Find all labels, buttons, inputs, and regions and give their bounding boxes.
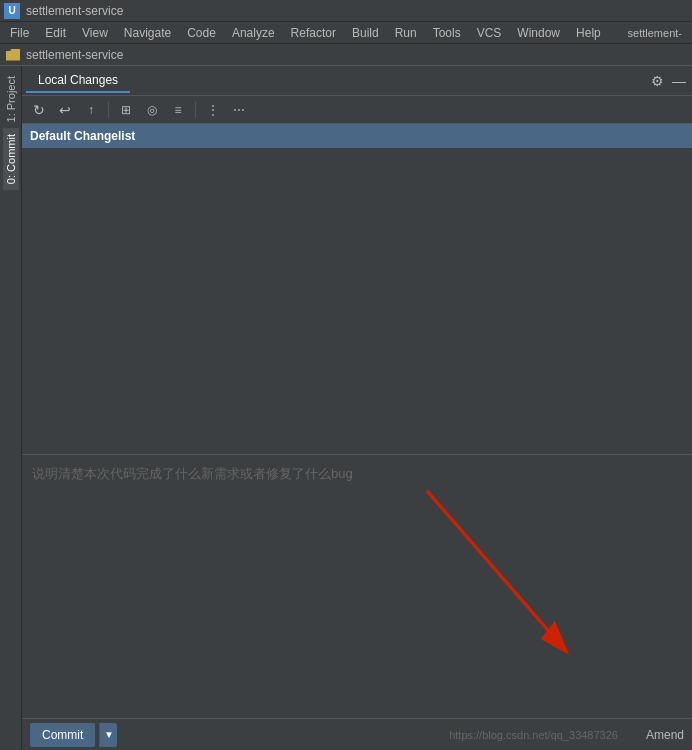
amend-text: Amend xyxy=(646,728,684,742)
close-panel-button[interactable]: — xyxy=(670,72,688,90)
menu-run[interactable]: Run xyxy=(387,24,425,42)
menu-refactor[interactable]: Refactor xyxy=(283,24,344,42)
menu1-button[interactable]: ⋮ xyxy=(202,99,224,121)
menu-right-text: settlement- xyxy=(620,25,690,41)
update-button[interactable]: ↑ xyxy=(80,99,102,121)
toolbar: ↻ ↩ ↑ ⊞ ◎ ≡ ⋮ ⋯ xyxy=(22,96,692,124)
changelist-header: Default Changelist xyxy=(22,124,692,148)
refresh-button[interactable]: ↻ xyxy=(28,99,50,121)
tab-bar: Local Changes ⚙ — xyxy=(22,66,692,96)
menu-edit[interactable]: Edit xyxy=(37,24,74,42)
menu-bar: File Edit View Navigate Code Analyze Ref… xyxy=(0,22,692,44)
changelist-header-text: Default Changelist xyxy=(30,129,135,143)
main-layout: 1: Project 0: Commit Local Changes ⚙ — ↻… xyxy=(0,66,692,750)
menu-build[interactable]: Build xyxy=(344,24,387,42)
group-button[interactable]: ⊞ xyxy=(115,99,137,121)
tab-bar-actions: ⚙ — xyxy=(648,72,688,90)
menu-tools[interactable]: Tools xyxy=(425,24,469,42)
menu-file[interactable]: File xyxy=(2,24,37,42)
rollback-button[interactable]: ↩ xyxy=(54,99,76,121)
content-area: Local Changes ⚙ — ↻ ↩ ↑ ⊞ ◎ ≡ ⋮ ⋯ Defaul… xyxy=(22,66,692,750)
watermark-text: https://blog.csdn.net/qq_33487326 xyxy=(449,729,618,741)
title-bar-text: settlement-service xyxy=(26,4,123,18)
toolbar-separator-1 xyxy=(108,102,109,118)
menu-vcs[interactable]: VCS xyxy=(469,24,510,42)
commit-button[interactable]: Commit xyxy=(30,723,95,747)
bottom-bar: Commit ▼ https://blog.csdn.net/qq_334873… xyxy=(22,718,692,750)
toolbar-separator-2 xyxy=(195,102,196,118)
menu-navigate[interactable]: Navigate xyxy=(116,24,179,42)
settings-button[interactable]: ⚙ xyxy=(648,72,666,90)
app-title-text: settlement-service xyxy=(26,48,123,62)
title-bar: U settlement-service xyxy=(0,0,692,22)
app-icon: U xyxy=(4,3,20,19)
menu-analyze[interactable]: Analyze xyxy=(224,24,283,42)
sidebar-tab-project[interactable]: 1: Project xyxy=(3,70,19,128)
sidebar-tab-commit[interactable]: 0: Commit xyxy=(3,128,19,190)
tab-local-changes[interactable]: Local Changes xyxy=(26,69,130,93)
diff-button[interactable]: ≡ xyxy=(167,99,189,121)
folder-icon xyxy=(6,49,20,61)
menu2-button[interactable]: ⋯ xyxy=(228,99,250,121)
menu-code[interactable]: Code xyxy=(179,24,224,42)
commit-dropdown-button[interactable]: ▼ xyxy=(99,723,117,747)
menu-view[interactable]: View xyxy=(74,24,116,42)
sidebar-tabs: 1: Project 0: Commit xyxy=(0,66,22,750)
commit-message-area: 说明清楚本次代码完成了什么新需求或者修复了什么bug xyxy=(22,454,692,718)
expand-button[interactable]: ◎ xyxy=(141,99,163,121)
menu-window[interactable]: Window xyxy=(509,24,568,42)
menu-help[interactable]: Help xyxy=(568,24,609,42)
file-list-area[interactable]: Default Changelist xyxy=(22,124,692,454)
app-title-bar: settlement-service xyxy=(0,44,692,66)
commit-message-input[interactable] xyxy=(28,461,686,712)
